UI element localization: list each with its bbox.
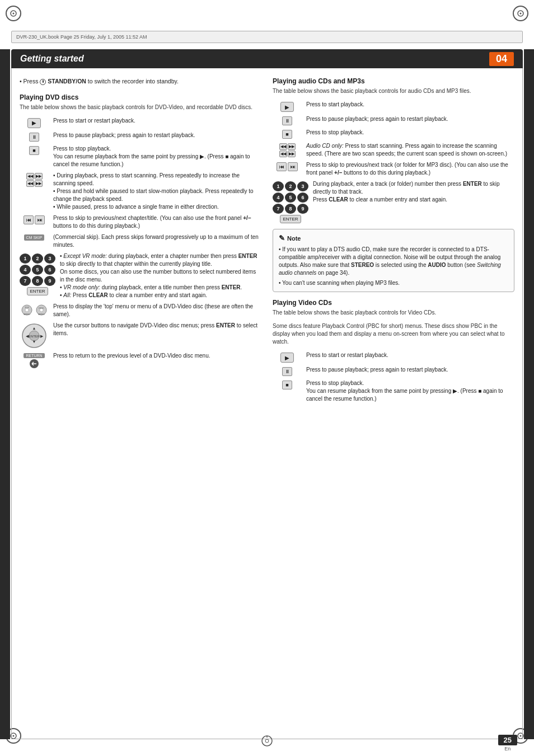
dvd-numpad-text: • Except VR mode: during playback, enter… <box>60 252 261 299</box>
num5: 5 <box>32 265 43 275</box>
dvd-ctrl-pause: ⏸ Press to pause playback; press again t… <box>20 132 261 142</box>
discmenu-icons: TOP MENU DISC MENU <box>21 304 48 316</box>
num6: 6 <box>44 265 55 275</box>
cmskip-icon: CM SKIP <box>24 234 45 241</box>
file-info-text: DVR-230_UK.book Page 25 Friday, July 1, … <box>16 34 147 40</box>
num1: 1 <box>20 253 31 264</box>
stop-icon-area: ■ <box>20 145 49 155</box>
note-header: ✎ Note <box>279 234 508 242</box>
numpad-icon-area: 1 2 3 4 5 6 7 8 9 ENTER <box>20 252 55 295</box>
anum1: 1 <box>273 181 284 191</box>
dvd-section-subtext: The table below shows the basic playback… <box>20 104 261 111</box>
audio-pause-icon: ⏸ <box>282 116 292 125</box>
audio-stop-text: Press to stop playback. <box>306 129 514 137</box>
return-btn: RETURN <box>24 353 44 358</box>
note-box: ✎ Note • If you want to play a DTS audio… <box>273 229 514 292</box>
main-content: • Press STANDBY/ON to switch the recorde… <box>11 68 523 739</box>
fwd-icon: ▶▶ <box>35 180 43 187</box>
anum6: 6 <box>297 192 308 203</box>
audio-play-icon-area: ▶ <box>273 101 302 112</box>
pause-icon-area: ⏸ <box>20 132 49 142</box>
page-number: 25 <box>498 735 517 745</box>
svg-text:ENTER: ENTER <box>29 335 40 338</box>
video-ctrl-pause: ⏸ Press to pause playback; press again t… <box>273 366 514 376</box>
nav-icon-area: ▲ ▼ ◀ ▶ ENTER <box>20 322 49 349</box>
video-ctrl-stop: ■ Press to stop playback.You can resume … <box>273 379 514 403</box>
rew-icon: ◀◀ <box>26 180 34 187</box>
dvd-ctrl-play: ▶ Press to start or restart playback. <box>20 117 261 128</box>
svg-text:MENU: MENU <box>38 313 45 316</box>
num8: 8 <box>32 276 43 286</box>
audio-skip-icon-area: ⏮ ⏭ <box>273 161 302 171</box>
audio-ctrl-pause: ⏸ Press to pause playback; press again t… <box>273 115 514 125</box>
dvd-play-text: Press to start or restart playback. <box>53 117 261 125</box>
svg-text:DISC: DISC <box>39 306 44 309</box>
video-section-heading: Playing Video CDs <box>273 299 514 307</box>
scan-icons: ◀◀ ▶▶ ◀◀ ▶▶ <box>26 173 43 187</box>
page-lang: En <box>504 746 510 752</box>
audio-scan-icons: ◀◀ ▶▶ ◀◀ ▶▶ <box>279 143 296 157</box>
nav-circle-icon: ▲ ▼ ◀ ▶ ENTER <box>21 323 47 349</box>
video-pause-icon-area: ⏸ <box>273 366 302 376</box>
dvd-ctrl-skip: ⏮ ⏭ Press to skip to previous/next chapt… <box>20 214 261 230</box>
note-title: Note <box>287 235 301 242</box>
anum4: 4 <box>273 192 284 203</box>
left-column: • Press STANDBY/ON to switch the recorde… <box>20 77 261 730</box>
audio-fwd-fast: ▶▶ <box>288 143 296 150</box>
rew-fast-icon: ◀◀ <box>26 173 34 180</box>
audio-ctrl-stop: ■ Press to stop playback. <box>273 129 514 139</box>
video-pause-icon: ⏸ <box>282 367 292 376</box>
dvd-ctrl-scan: ◀◀ ▶▶ ◀◀ ▶▶ • During playback, press to … <box>20 172 261 211</box>
svg-text:▼: ▼ <box>32 340 36 344</box>
video-play-icon: ▶ <box>280 353 294 363</box>
dvd-skip-text: Press to skip to previous/next chapter/t… <box>53 214 261 230</box>
video-pause-text: Press to pause playback; press again to … <box>306 366 514 374</box>
diskmenu-icon: DISC MENU <box>35 304 48 316</box>
dvd-stop-text: Press to stop playback.You can resume pl… <box>53 145 261 168</box>
right-side-marker <box>524 49 534 739</box>
audio-rew-fast: ◀◀ <box>279 143 287 150</box>
left-side-marker <box>0 49 10 739</box>
skip-icon-area: ⏮ ⏭ <box>20 214 49 224</box>
note-bullet-2: • You can't use scanning when playing MP… <box>279 279 508 287</box>
audio-pause-icon-area: ⏸ <box>273 115 302 125</box>
svg-point-25 <box>265 739 269 743</box>
dvd-return-text: Press to return to the previous level of… <box>53 352 261 360</box>
discmenu-icon-area: TOP MENU DISC MENU <box>20 303 49 316</box>
audio-prev-icon: ⏮ <box>277 162 287 171</box>
dvd-section-heading: Playing DVD discs <box>20 93 261 101</box>
return-icon-area: RETURN <box>20 352 49 369</box>
chapter-title: Getting started <box>20 54 84 64</box>
num2: 2 <box>32 253 43 264</box>
audio-play-text: Press to start playback. <box>306 101 514 109</box>
num4: 4 <box>20 265 31 275</box>
audio-next-icon: ⏭ <box>288 162 298 171</box>
chapter-header: Getting started 04 <box>11 49 523 68</box>
audio-stop-icon-area: ■ <box>273 129 302 139</box>
right-column: Playing audio CDs and MP3s The table bel… <box>273 77 514 730</box>
num3: 3 <box>44 253 55 264</box>
audio-play-icon: ▶ <box>280 102 294 112</box>
dvd-ctrl-numpad: 1 2 3 4 5 6 7 8 9 ENTER • Except VR mode… <box>20 252 261 299</box>
audio-enter-btn: ENTER <box>280 215 301 223</box>
dvd-ctrl-return: RETURN Press to return to the previous l… <box>20 352 261 369</box>
dvd-nav-text: Use the cursor buttons to navigate DVD-V… <box>53 322 261 337</box>
svg-text:MENU: MENU <box>24 313 30 316</box>
audio-ctrl-scan: ◀◀ ▶▶ ◀◀ ▶▶ Audio CD only: Press to star… <box>273 142 514 158</box>
file-info-bar: DVR-230_UK.book Page 25 Friday, July 1, … <box>11 31 523 43</box>
anum5: 5 <box>285 192 296 203</box>
chapter-number: 04 <box>489 52 514 66</box>
video-section-subtext2: Some discs feature Playback Control (PBC… <box>273 322 514 346</box>
intro-bullet: • Press STANDBY/ON to switch the recorde… <box>20 77 261 86</box>
svg-text:TOP: TOP <box>25 306 29 309</box>
video-stop-text: Press to stop playback.You can resume pl… <box>306 379 514 403</box>
play-icon: ▶ <box>27 118 41 128</box>
audio-fwd: ▶▶ <box>288 151 296 157</box>
next-icon: ⏭ <box>35 215 45 224</box>
play-icon-area: ▶ <box>20 117 49 128</box>
audio-numpad-grid: 1 2 3 4 5 6 7 8 9 <box>273 181 308 214</box>
topmenu-icon: TOP MENU <box>21 304 33 316</box>
scan-icon-area: ◀◀ ▶▶ ◀◀ ▶▶ <box>20 172 49 187</box>
audio-rew: ◀◀ <box>279 151 287 157</box>
return-arrow-icon <box>28 359 40 369</box>
